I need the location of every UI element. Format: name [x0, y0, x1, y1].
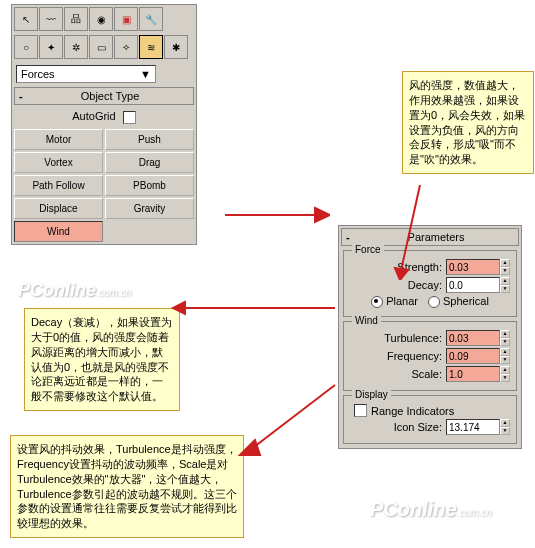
autogrid-label: AutoGrid	[72, 110, 115, 122]
decay-spinner[interactable]: ▲▼	[446, 277, 510, 293]
iconsize-label: Icon Size:	[394, 421, 442, 433]
left-panel: ↖ 〰 品 ◉ ▣ 🔧 ○ ✦ ✲ ▭ ✧ ≋ ✱ Forces ▼ - Obj…	[11, 4, 197, 245]
shapes-icon[interactable]: ✦	[39, 35, 63, 59]
arrow-decay	[170, 298, 340, 318]
down-icon[interactable]: ▼	[500, 374, 510, 382]
turbulence-label: Turbulence:	[384, 332, 442, 344]
note-strength: 风的强度，数值越大，作用效果越强，如果设置为0，风会失效，如果设置为负值，风的方…	[402, 71, 534, 174]
motion-icon[interactable]: ◉	[89, 7, 113, 31]
strength-input[interactable]	[446, 259, 500, 275]
down-icon[interactable]: ▼	[500, 267, 510, 275]
wind-button[interactable]: Wind	[14, 221, 103, 242]
pathfollow-button[interactable]: Path Follow	[14, 175, 103, 196]
lights-icon[interactable]: ✲	[64, 35, 88, 59]
gravity-button[interactable]: Gravity	[105, 198, 194, 219]
display-legend: Display	[352, 389, 391, 400]
up-icon[interactable]: ▲	[500, 419, 510, 427]
down-icon[interactable]: ▼	[500, 356, 510, 364]
chevron-down-icon: ▼	[140, 68, 151, 80]
drag-button[interactable]: Drag	[105, 152, 194, 173]
object-buttons: Motor Push Vortex Drag Path Follow PBomb…	[12, 127, 196, 244]
hierarchy-icon[interactable]: 品	[64, 7, 88, 31]
svg-marker-1	[315, 208, 330, 222]
toolbar-top: ↖ 〰 品 ◉ ▣ 🔧	[12, 5, 196, 33]
scale-spinner[interactable]: ▲▼	[446, 366, 510, 382]
note-wind: 设置风的抖动效果，Turbulence是抖动强度，Frequency设置抖动的波…	[10, 435, 244, 538]
svg-line-2	[400, 185, 420, 275]
up-icon[interactable]: ▲	[500, 277, 510, 285]
frequency-spinner[interactable]: ▲▼	[446, 348, 510, 364]
display-icon[interactable]: ▣	[114, 7, 138, 31]
svg-line-6	[250, 385, 335, 450]
arrow-wind	[235, 380, 340, 460]
frequency-label: Frequency:	[387, 350, 442, 362]
displace-button[interactable]: Displace	[14, 198, 103, 219]
arrow-main	[220, 200, 330, 230]
down-icon[interactable]: ▼	[500, 338, 510, 346]
cameras-icon[interactable]: ▭	[89, 35, 113, 59]
down-icon[interactable]: ▼	[500, 285, 510, 293]
scale-label: Scale:	[411, 368, 442, 380]
motor-button[interactable]: Motor	[14, 129, 103, 150]
up-icon[interactable]: ▲	[500, 366, 510, 374]
geometry-icon[interactable]: ○	[14, 35, 38, 59]
pointer-icon[interactable]: ↖	[14, 7, 38, 31]
object-type-header[interactable]: - Object Type	[14, 87, 194, 105]
note-decay: Decay（衰减），如果设置为大于0的值，风的强度会随着风源距离的增大而减小，默…	[24, 308, 180, 411]
range-label: Range Indicators	[371, 405, 454, 417]
watermark: PConline.com.cn	[370, 498, 492, 521]
rollout-title: Object Type	[81, 90, 140, 102]
up-icon[interactable]: ▲	[500, 348, 510, 356]
arrow-strength	[340, 180, 440, 280]
collapse-icon: -	[19, 90, 23, 102]
utilities-icon[interactable]: 🔧	[139, 7, 163, 31]
helpers-icon[interactable]: ✧	[114, 35, 138, 59]
vortex-button[interactable]: Vortex	[14, 152, 103, 173]
decay-input[interactable]	[446, 277, 500, 293]
range-checkbox[interactable]	[354, 404, 367, 417]
push-button[interactable]: Push	[105, 129, 194, 150]
down-icon[interactable]: ▼	[500, 427, 510, 435]
up-icon[interactable]: ▲	[500, 330, 510, 338]
autogrid-row: AutoGrid	[12, 107, 196, 127]
iconsize-input[interactable]	[446, 419, 500, 435]
curve-icon[interactable]: 〰	[39, 7, 63, 31]
watermark: PConline.com.cn	[18, 280, 131, 301]
spherical-radio[interactable]: Spherical	[428, 295, 489, 308]
wind-group: Wind Turbulence: ▲▼ Frequency: ▲▼ Scale:…	[343, 321, 517, 391]
svg-marker-7	[240, 440, 260, 455]
iconsize-spinner[interactable]: ▲▼	[446, 419, 510, 435]
dropdown-label: Forces	[21, 68, 55, 80]
spacewarps-icon[interactable]: ≋	[139, 35, 163, 59]
svg-marker-5	[173, 302, 185, 314]
systems-icon[interactable]: ✱	[164, 35, 188, 59]
category-dropdown[interactable]: Forces ▼	[16, 65, 156, 83]
turbulence-input[interactable]	[446, 330, 500, 346]
decay-label: Decay:	[408, 279, 442, 291]
frequency-input[interactable]	[446, 348, 500, 364]
autogrid-checkbox[interactable]	[123, 111, 136, 124]
scale-input[interactable]	[446, 366, 500, 382]
wind-legend: Wind	[352, 315, 381, 326]
toolbar-sub: ○ ✦ ✲ ▭ ✧ ≋ ✱	[12, 33, 196, 61]
display-group: Display Range Indicators Icon Size: ▲▼	[343, 395, 517, 444]
planar-radio[interactable]: Planar	[371, 295, 418, 308]
pbomb-button[interactable]: PBomb	[105, 175, 194, 196]
up-icon[interactable]: ▲	[500, 259, 510, 267]
svg-marker-3	[395, 268, 408, 280]
strength-spinner[interactable]: ▲▼	[446, 259, 510, 275]
turbulence-spinner[interactable]: ▲▼	[446, 330, 510, 346]
